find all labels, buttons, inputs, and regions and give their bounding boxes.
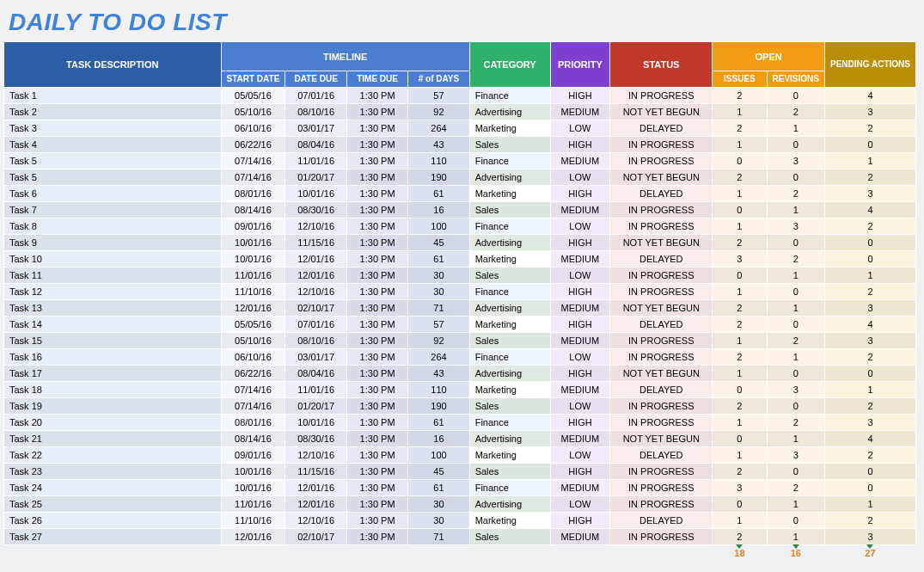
cell-start-date[interactable]: 10/01/16 (221, 235, 285, 251)
cell-pending[interactable]: 3 (824, 415, 915, 431)
cell-revisions[interactable]: 0 (767, 513, 824, 529)
cell-pending[interactable]: 1 (824, 153, 915, 169)
cell-num-days[interactable]: 30 (408, 268, 469, 284)
cell-description[interactable]: Task 8 (4, 218, 222, 235)
cell-revisions[interactable]: 1 (767, 120, 824, 137)
cell-time-due[interactable]: 1:30 PM (346, 382, 407, 398)
col-header-status[interactable]: STATUS (610, 42, 713, 88)
cell-time-due[interactable]: 1:30 PM (346, 251, 407, 268)
cell-status[interactable]: DELAYED (610, 317, 713, 333)
cell-revisions[interactable]: 1 (767, 202, 824, 218)
cell-issues[interactable]: 2 (713, 464, 767, 480)
cell-num-days[interactable]: 57 (408, 317, 469, 333)
col-header-priority[interactable]: PRIORITY (550, 42, 610, 88)
cell-category[interactable]: Advertising (469, 496, 550, 513)
cell-date-due[interactable]: 08/10/16 (285, 104, 347, 120)
table-row[interactable]: Task 1312/01/1602/10/171:30 PM71Advertis… (4, 300, 916, 317)
cell-start-date[interactable]: 11/10/16 (221, 513, 285, 529)
cell-description[interactable]: Task 17 (4, 366, 222, 382)
cell-date-due[interactable]: 12/01/16 (285, 268, 347, 284)
table-row[interactable]: Task 1807/14/1611/01/161:30 PM110Marketi… (4, 382, 916, 398)
cell-start-date[interactable]: 12/01/16 (221, 529, 285, 545)
cell-status[interactable]: NOT YET BEGUN (610, 366, 713, 382)
cell-num-days[interactable]: 30 (408, 496, 469, 513)
cell-time-due[interactable]: 1:30 PM (346, 235, 407, 251)
cell-date-due[interactable]: 12/10/16 (285, 447, 347, 464)
cell-num-days[interactable]: 264 (408, 349, 469, 366)
cell-revisions[interactable]: 0 (767, 464, 824, 480)
cell-priority[interactable]: HIGH (550, 366, 610, 382)
cell-category[interactable]: Marketing (469, 382, 550, 398)
cell-issues[interactable]: 2 (713, 317, 767, 333)
cell-revisions[interactable]: 0 (767, 317, 824, 333)
cell-status[interactable]: IN PROGRESS (610, 398, 713, 415)
col-header-pending[interactable]: PENDING ACTIONS (824, 42, 915, 88)
cell-start-date[interactable]: 05/05/16 (221, 88, 285, 104)
cell-status[interactable]: NOT YET BEGUN (610, 104, 713, 120)
table-row[interactable]: Task 2108/14/1608/30/161:30 PM16Advertis… (4, 431, 916, 447)
cell-pending[interactable]: 2 (824, 447, 915, 464)
cell-priority[interactable]: MEDIUM (550, 529, 610, 545)
cell-description[interactable]: Task 26 (4, 513, 222, 529)
cell-priority[interactable]: MEDIUM (550, 104, 610, 120)
table-row[interactable]: Task 1111/01/1612/01/161:30 PM30SalesLOW… (4, 268, 916, 284)
cell-start-date[interactable]: 11/01/16 (221, 268, 285, 284)
cell-pending[interactable]: 1 (824, 268, 915, 284)
cell-issues[interactable]: 1 (713, 415, 767, 431)
cell-issues[interactable]: 3 (713, 480, 767, 496)
cell-category[interactable]: Sales (469, 268, 550, 284)
cell-category[interactable]: Advertising (469, 366, 550, 382)
cell-time-due[interactable]: 1:30 PM (346, 398, 407, 415)
cell-date-due[interactable]: 11/15/16 (285, 464, 347, 480)
cell-priority[interactable]: HIGH (550, 137, 610, 153)
cell-start-date[interactable]: 05/10/16 (221, 333, 285, 349)
cell-pending[interactable]: 2 (824, 169, 915, 186)
cell-priority[interactable]: MEDIUM (550, 431, 610, 447)
cell-revisions[interactable]: 0 (767, 169, 824, 186)
cell-description[interactable]: Task 1 (4, 88, 222, 104)
cell-priority[interactable]: LOW (550, 496, 610, 513)
cell-start-date[interactable]: 08/14/16 (221, 202, 285, 218)
cell-status[interactable]: IN PROGRESS (610, 284, 713, 300)
cell-revisions[interactable]: 2 (767, 104, 824, 120)
cell-description[interactable]: Task 16 (4, 349, 222, 366)
cell-time-due[interactable]: 1:30 PM (346, 153, 407, 169)
cell-revisions[interactable]: 2 (767, 251, 824, 268)
cell-revisions[interactable]: 1 (767, 431, 824, 447)
cell-issues[interactable]: 2 (713, 120, 767, 137)
cell-pending[interactable]: 2 (824, 284, 915, 300)
cell-status[interactable]: DELAYED (610, 251, 713, 268)
cell-category[interactable]: Sales (469, 333, 550, 349)
col-header-timeline[interactable]: TIMELINE (221, 42, 469, 71)
cell-start-date[interactable]: 10/01/16 (221, 464, 285, 480)
cell-description[interactable]: Task 21 (4, 431, 222, 447)
cell-issues[interactable]: 1 (713, 137, 767, 153)
cell-status[interactable]: IN PROGRESS (610, 349, 713, 366)
cell-revisions[interactable]: 0 (767, 235, 824, 251)
cell-issues[interactable]: 1 (713, 333, 767, 349)
cell-revisions[interactable]: 3 (767, 218, 824, 235)
cell-date-due[interactable]: 12/01/16 (285, 251, 347, 268)
cell-revisions[interactable]: 2 (767, 186, 824, 202)
cell-status[interactable]: IN PROGRESS (610, 480, 713, 496)
table-row[interactable]: Task 2008/01/1610/01/161:30 PM61FinanceH… (4, 415, 916, 431)
col-header-category[interactable]: CATEGORY (469, 42, 550, 88)
cell-issues[interactable]: 1 (713, 366, 767, 382)
cell-description[interactable]: Task 12 (4, 284, 222, 300)
cell-pending[interactable]: 3 (824, 333, 915, 349)
cell-num-days[interactable]: 110 (408, 382, 469, 398)
cell-status[interactable]: IN PROGRESS (610, 529, 713, 545)
cell-date-due[interactable]: 01/20/17 (285, 169, 347, 186)
cell-start-date[interactable]: 06/22/16 (221, 137, 285, 153)
cell-description[interactable]: Task 4 (4, 137, 222, 153)
cell-category[interactable]: Marketing (469, 513, 550, 529)
cell-status[interactable]: IN PROGRESS (610, 268, 713, 284)
cell-revisions[interactable]: 0 (767, 284, 824, 300)
cell-start-date[interactable]: 07/14/16 (221, 382, 285, 398)
cell-time-due[interactable]: 1:30 PM (346, 88, 407, 104)
cell-priority[interactable]: HIGH (550, 464, 610, 480)
cell-start-date[interactable]: 11/10/16 (221, 284, 285, 300)
cell-priority[interactable]: HIGH (550, 186, 610, 202)
cell-time-due[interactable]: 1:30 PM (346, 529, 407, 545)
cell-priority[interactable]: LOW (550, 398, 610, 415)
